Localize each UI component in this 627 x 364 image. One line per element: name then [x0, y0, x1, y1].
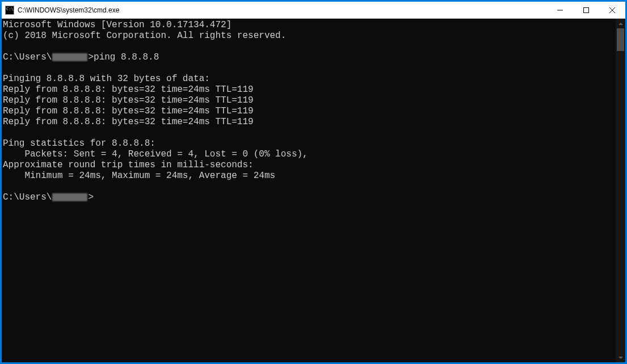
stats-packets: Packets: Sent = 4, Received = 4, Lost = … — [3, 149, 308, 159]
reply-line: Reply from 8.8.8.8: bytes=32 time=24ms T… — [3, 95, 254, 105]
scroll-thumb[interactable] — [617, 28, 624, 51]
close-icon — [609, 7, 615, 13]
terminal-area: Microsoft Windows [Version 10.0.17134.47… — [2, 19, 625, 362]
redacted-username — [52, 193, 87, 201]
scroll-up-arrow[interactable] — [616, 19, 625, 28]
window-title: C:\WINDOWS\system32\cmd.exe — [18, 6, 547, 14]
minimize-button[interactable] — [547, 2, 573, 18]
rtt-header: Approximate round trip times in milli-se… — [3, 160, 254, 170]
titlebar[interactable]: C:\WINDOWS\system32\cmd.exe — [2, 2, 625, 19]
svg-marker-4 — [618, 23, 623, 25]
minimize-icon — [557, 7, 563, 13]
scroll-down-arrow[interactable] — [616, 353, 625, 362]
prompt-line: C:\Users\> — [3, 192, 94, 202]
entered-command: ping 8.8.8.8 — [94, 52, 159, 62]
prompt-line: C:\Users\>ping 8.8.8.8 — [3, 52, 159, 62]
maximize-icon — [583, 7, 589, 13]
vertical-scrollbar[interactable] — [616, 19, 625, 362]
stats-header: Ping statistics for 8.8.8.8: — [3, 138, 155, 149]
reply-line: Reply from 8.8.8.8: bytes=32 time=24ms T… — [3, 84, 254, 95]
redacted-username — [52, 53, 87, 61]
scroll-track[interactable] — [616, 28, 625, 353]
cmd-window: C:\WINDOWS\system32\cmd.exe Microsoft Wi… — [1, 1, 626, 363]
cmd-icon — [5, 6, 14, 15]
chevron-down-icon — [618, 357, 623, 359]
svg-marker-5 — [618, 357, 623, 359]
reply-line: Reply from 8.8.8.8: bytes=32 time=24ms T… — [3, 117, 254, 127]
window-controls — [547, 2, 625, 18]
terminal-output[interactable]: Microsoft Windows [Version 10.0.17134.47… — [2, 19, 616, 362]
svg-rect-1 — [584, 7, 589, 12]
maximize-button[interactable] — [573, 2, 599, 18]
rtt-values: Minimum = 24ms, Maximum = 24ms, Average … — [3, 171, 275, 181]
chevron-up-icon — [618, 23, 623, 25]
close-button[interactable] — [599, 2, 625, 18]
version-line: Microsoft Windows [Version 10.0.17134.47… — [3, 20, 232, 30]
pinging-line: Pinging 8.8.8.8 with 32 bytes of data: — [3, 74, 210, 84]
reply-line: Reply from 8.8.8.8: bytes=32 time=24ms T… — [3, 106, 254, 116]
copyright-line: (c) 2018 Microsoft Corporation. All righ… — [3, 31, 286, 41]
